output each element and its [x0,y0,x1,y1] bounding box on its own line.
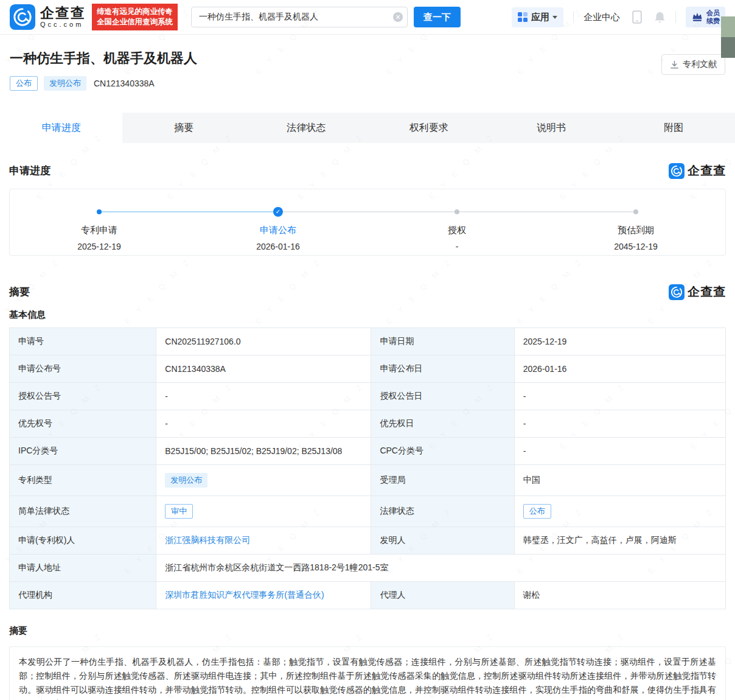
abstract-text: 本发明公开了一种仿生手指、机器手及机器人，仿生手指包括：基部；触觉指节，设置有触… [19,655,716,700]
search-area: ✕ 查一下 [191,7,461,27]
timeline-step-publication: 申请公布2026-01-16 [189,225,368,251]
qcc-logo-icon [10,4,35,30]
legal-status-value: 公布 [514,496,725,527]
applicant-link[interactable]: 浙江强脑科技有限公司 [165,535,250,545]
timeline-dot-grant [455,209,459,214]
patent-title-section: 专利文献 一种仿生手指、机器手及机器人 公布 发明公布 CN121340338A [0,35,735,113]
simple-legal-status-badge: 审中 [165,504,193,519]
summary-heading: 摘要 [9,625,726,637]
timeline-check-icon: ✓ [273,207,283,217]
application-date-label: 申请日期 [371,328,514,355]
vip-label: 会员 续费 [706,9,720,25]
status-badge: 公布 [10,76,38,91]
table-row: 简单法律状态审中法律状态公布 [10,496,726,527]
ipc-class-value: B25J15/00; B25J15/02; B25J19/02; B25J13/… [156,438,371,465]
priority-date-value: - [514,410,725,438]
notifications-button[interactable] [654,11,666,24]
timeline-segment [99,211,278,212]
timeline-step-estimated-expiry: 预估到期2045-12-19 [546,225,725,251]
badge-row: 公布 发明公布 CN121340338A [10,76,725,91]
table-row: IPC分类号B25J15/00; B25J15/02; B25J19/02; B… [10,438,726,465]
tab-claims[interactable]: 权利要求 [368,113,490,143]
table-row: 申请公布号CN121340338A申请公布日2026-01-16 [10,355,726,383]
applicant-address-label: 申请人地址 [10,555,156,582]
table-row: 申请(专利权)人浙江强脑科技有限公司发明人韩璧丞，汪文广，高益仟，卢展，阿迪斯 [10,527,726,555]
abstract-text-box: 本发明公开了一种仿生手指、机器手及机器人，仿生手指包括：基部；触觉指节，设置有触… [9,646,726,700]
grant-date-label: 授权公告日 [371,383,514,410]
basic-info-table: 申请号CN202511927106.0申请日期2025-12-19申请公布号CN… [9,327,726,609]
step-label: 预估到期 [546,225,725,236]
applicant-label: 申请(专利权)人 [10,527,156,555]
table-row: 申请人地址浙江省杭州市余杭区余杭街道文一西路1818-2号1幢201-5室 [10,555,726,582]
tab-description[interactable]: 说明书 [490,113,612,143]
receiving-office-label: 受理局 [371,465,514,496]
step-label: 申请公布 [189,225,368,236]
publication-number-value: CN121340338A [156,355,371,383]
qcc-watermark-logo: 企查查 [669,163,726,179]
apps-menu-button[interactable]: 应用 [512,7,563,27]
priority-number-value: - [156,410,371,438]
vip-crown-icon [691,11,703,23]
slogan-line-2: 全国企业信用查询系统 [97,17,173,27]
inventors-label: 发明人 [371,527,514,555]
agency-link[interactable]: 深圳市君胜知识产权代理事务所(普通合伙) [165,590,324,600]
step-date: - [368,242,546,251]
apps-label: 应用 [531,12,549,23]
timeline-segment [278,211,457,212]
ipc-class-label: IPC分类号 [10,438,156,465]
tab-application-progress[interactable]: 申请进度 [0,113,122,143]
qcc-mark-icon [669,284,684,300]
step-date: 2025-12-19 [10,242,189,251]
clear-search-icon[interactable]: ✕ [393,12,403,22]
publication-number-label: 申请公布号 [10,355,156,383]
doc-button-label: 专利文献 [683,59,717,70]
patent-title: 一种仿生手指、机器手及机器人 [10,49,725,68]
grant-number-label: 授权公告号 [10,383,156,410]
legal-status-badge: 公布 [523,504,551,519]
application-timeline: ✓ 专利申请2025-12-19申请公布2026-01-16授权-预估到期204… [9,189,726,256]
slogan-badge: 缔造有远见的商业传奇 全国企业信用查询系统 [92,4,178,30]
step-date: 2045-12-19 [546,242,725,251]
enterprise-center-link[interactable]: 企业中心 [583,12,620,23]
priority-number-label: 优先权号 [10,410,156,438]
agency-value: 深圳市君胜知识产权代理事务所(普通合伙) [156,582,371,609]
timeline-dot-patent-application [97,209,102,214]
qcc-mark-text: 企查查 [688,163,726,179]
phone-icon [632,10,642,24]
patent-document-button[interactable]: 专利文献 [661,54,725,75]
mobile-app-button[interactable] [632,10,642,24]
grant-number-value: - [156,383,371,410]
search-button[interactable]: 查一下 [414,7,461,27]
search-input[interactable] [191,7,408,27]
application-number-label: 申请号 [10,328,156,355]
tab-drawings[interactable]: 附图 [613,113,735,143]
table-row: 申请号CN202511927106.0申请日期2025-12-19 [10,328,726,355]
tab-legal-status[interactable]: 法律状态 [245,113,368,143]
floating-widget-button-1[interactable] [721,16,735,37]
vip-renew-button[interactable]: 会员 续费 [686,7,725,27]
publication-date-label: 申请公布日 [371,355,514,383]
inventors-value: 韩璧丞，汪文广，高益仟，卢展，阿迪斯 [514,527,725,555]
abstract-heading: 摘要 [9,285,30,299]
step-date: 2026-01-16 [189,242,368,251]
apps-grid-icon [518,12,528,22]
simple-legal-status-label: 简单法律状态 [10,496,156,527]
applicant-value: 浙江强脑科技有限公司 [156,527,371,555]
timeline-step-grant: 授权- [368,225,546,251]
qcc-logo-text: 企查查 Qcc.com [40,5,86,29]
divider [675,11,676,23]
top-header: 企查查 Qcc.com 缔造有远见的商业传奇 全国企业信用查询系统 ✕ 查一下 … [0,0,735,35]
progress-heading: 申请进度 [9,164,51,178]
tab-bar: 申请进度摘要法律状态权利要求说明书附图 [0,113,735,143]
tab-abstract[interactable]: 摘要 [122,113,245,143]
download-icon [670,60,679,69]
progress-section-header: 申请进度 企查查 [9,163,726,179]
slogan-line-1: 缔造有远见的商业传奇 [97,7,173,17]
agency-label: 代理机构 [10,582,156,609]
receiving-office-value: 中国 [514,465,725,496]
qcc-logo[interactable]: 企查查 Qcc.com 缔造有远见的商业传奇 全国企业信用查询系统 [10,4,178,30]
floating-widget-button-2[interactable] [721,37,735,58]
qcc-watermark-logo: 企查查 [669,284,726,300]
timeline-labels: 专利申请2025-12-19申请公布2026-01-16授权-预估到期2045-… [10,225,725,251]
timeline-track: ✓ [10,207,725,217]
